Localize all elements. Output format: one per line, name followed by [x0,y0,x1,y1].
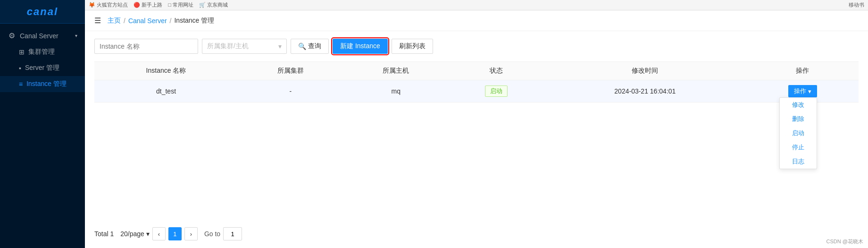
col-modified: 修改时间 [543,62,746,80]
menu-toggle-icon[interactable]: ☰ [94,16,101,25]
cell-modified: 2024-03-21 16:04:01 [543,80,746,103]
toolbar: 所属集群/主机 ▾ 🔍 查询 新建 Instance 刷新列表 [85,31,868,61]
action-label: 操作 [794,87,806,95]
sidebar-menu: ⚙ Canal Server ▾ ⊞ 集群管理 ▪ Server 管理 ≡ In… [0,24,85,248]
col-cluster: 所属集群 [238,62,343,80]
search-icon: 🔍 [298,43,306,50]
col-action: 操作 [746,62,859,80]
table-row: dt_test - mq 启动 2024-03-21 16:04:01 操作 ▾ [94,80,859,103]
browser-tab-1: 🦊 火狐官方站点 [89,1,128,9]
page-body: ☰ 主页 / Canal Server / Instance 管理 所属集群/主… [85,10,868,248]
col-host: 所属主机 [343,62,449,80]
browser-tab-4: 🛒 京东商城 [199,1,228,9]
action-chevron-icon: ▾ [808,88,811,95]
main-content: 🦊 火狐官方站点 🔴 新手上路 □ 常用网址 🛒 京东商城 移动书 ☰ 主页 /… [85,0,868,248]
select-chevron-icon: ▾ [278,43,282,50]
cell-status: 启动 [449,80,543,103]
action-menu-item-log[interactable]: 日志 [780,154,817,169]
browser-tab-2: 🔴 新手上路 [134,1,162,9]
cluster-host-select[interactable]: 所属集群/主机 ▾ [202,39,287,54]
sidebar-section-canal-server[interactable]: ⚙ Canal Server ▾ [0,27,85,44]
cell-cluster: - [238,80,343,103]
pagination: Total 1 20/page ▾ ‹ 1 › Go to [85,220,868,248]
sidebar-logo: canal [0,0,85,24]
watermark: CSDN @花晓木 [826,238,863,245]
action-menu-item-start[interactable]: 启动 [780,126,817,140]
breadcrumb-section[interactable]: Canal Server [128,17,167,25]
cell-action: 操作 ▾ 修改 删除 启动 停止 日志 [746,80,859,103]
action-menu-item-delete[interactable]: 删除 [780,112,817,126]
total-label: Total 1 [94,230,114,238]
cell-host: mq [343,80,449,103]
action-main-button[interactable]: 操作 ▾ [788,85,817,97]
refresh-btn-label: 刷新列表 [399,42,426,51]
gear-icon: ⚙ [8,31,16,40]
browser-bar: 🦊 火狐官方站点 🔴 新手上路 □ 常用网址 🛒 京东商城 移动书 [85,0,868,10]
browser-right: 移动书 [849,1,864,9]
breadcrumb-sep-2: / [170,17,172,25]
action-dropdown: 操作 ▾ 修改 删除 启动 停止 日志 [788,85,817,97]
new-instance-button[interactable]: 新建 Instance [333,39,388,54]
sidebar-item-instance-mgmt[interactable]: ≡ Instance 管理 [0,76,85,92]
instance-icon: ≡ [19,80,23,88]
sidebar: canal ⚙ Canal Server ▾ ⊞ 集群管理 ▪ Server 管… [0,0,85,248]
goto-label: Go to [204,230,220,238]
status-badge: 启动 [485,86,508,97]
sidebar-item-cluster-mgmt[interactable]: ⊞ 集群管理 [0,44,85,60]
query-button[interactable]: 🔍 查询 [291,39,329,54]
goto-input[interactable] [223,227,242,240]
action-menu: 修改 删除 启动 停止 日志 [779,97,817,169]
instance-search-input[interactable] [94,39,198,54]
new-instance-btn-label: 新建 Instance [340,42,380,51]
instance-mgmt-label: Instance 管理 [26,80,67,88]
cluster-icon: ⊞ [19,48,25,56]
sidebar-item-server-mgmt[interactable]: ▪ Server 管理 [0,60,85,76]
instance-table: Instance 名称 所属集群 所属主机 状态 修改时间 操作 dt_test… [94,61,859,103]
canal-server-label: Canal Server [20,32,71,40]
cluster-mgmt-label: 集群管理 [28,48,55,56]
canal-server-submenu: ⊞ 集群管理 ▪ Server 管理 ≡ Instance 管理 [0,44,85,92]
breadcrumb-home[interactable]: 主页 [108,17,121,25]
refresh-button[interactable]: 刷新列表 [392,39,433,54]
breadcrumb-current: Instance 管理 [174,17,214,25]
table-header-row: Instance 名称 所属集群 所属主机 状态 修改时间 操作 [94,62,859,80]
per-page-select[interactable]: 20/page ▾ [120,230,150,238]
page-1-button[interactable]: 1 [168,227,182,240]
breadcrumb-sep-1: / [124,17,125,25]
server-mgmt-label: Server 管理 [25,64,59,72]
prev-page-button[interactable]: ‹ [152,227,166,240]
browser-tab-3: □ 常用网址 [168,1,193,9]
cluster-host-select-label: 所属集群/主机 [207,42,249,51]
logo-text: canal [27,6,58,18]
chevron-down-icon: ▾ [75,33,77,38]
table-wrap: Instance 名称 所属集群 所属主机 状态 修改时间 操作 dt_test… [85,61,868,220]
action-menu-item-edit[interactable]: 修改 [780,98,817,112]
query-btn-label: 查询 [308,42,321,51]
next-page-button[interactable]: › [184,227,198,240]
per-page-chevron-icon: ▾ [146,230,150,238]
server-icon: ▪ [19,64,21,72]
breadcrumb: ☰ 主页 / Canal Server / Instance 管理 [85,10,868,31]
col-status: 状态 [449,62,543,80]
cell-instance-name: dt_test [94,80,238,103]
action-menu-item-stop[interactable]: 停止 [780,140,817,154]
col-instance-name: Instance 名称 [94,62,238,80]
